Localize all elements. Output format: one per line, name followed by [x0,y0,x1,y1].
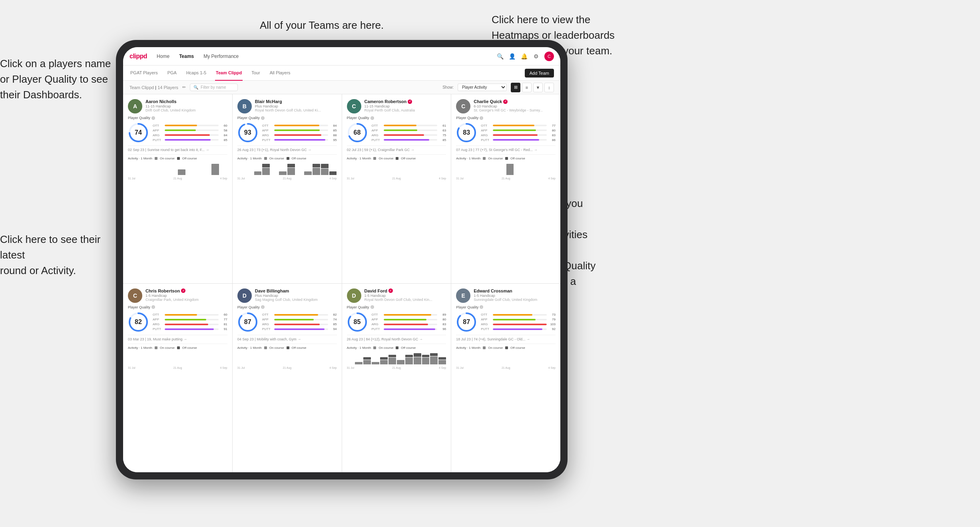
quality-info-icon[interactable]: i [370,116,374,120]
quality-content: 74 OTT 60 APP 58 ARG [128,122,227,143]
activity-title: Activity · 1 Month [456,346,480,350]
chart-label-end: 4 Sep [439,366,446,369]
latest-round[interactable]: 04 Sep 23 | Mobility with coach, Gym → [237,335,337,341]
edit-icon[interactable]: ✏ [182,85,186,90]
list-view-button[interactable]: ≡ [522,83,532,92]
subnav-tour[interactable]: Tour [251,66,261,81]
circle-score[interactable]: 83 [456,122,477,143]
player-card-2[interactable]: C Cameron Robertson ✓ 11-15 Handicap Roy… [342,94,451,283]
latest-round[interactable]: 02 Jul 23 | 59 (+1), Craigmillar Park GC… [347,145,446,152]
activity-title: Activity · 1 Month [456,157,480,160]
chart-label-start: 31 Jul [128,366,135,369]
player-card-3[interactable]: C Charlie Quick ✓ 6-10 Handicap St. Geor… [451,94,560,283]
subnav-pgat[interactable]: PGAT Players [129,66,159,81]
ott-bar-bg [165,125,219,126]
score-value: 93 [244,129,251,136]
subnav-all-players[interactable]: All Players [269,66,291,81]
player-name[interactable]: Chris Robertson ✓ [145,288,227,293]
search-icon[interactable]: 🔍 [496,53,504,60]
player-card-0[interactable]: A Aaron Nicholls 11-15 Handicap Drift Go… [123,94,232,283]
latest-round[interactable]: 18 Jul 23 | 74 (+4), Sunningdale GC - Ol… [456,335,556,341]
player-card-5[interactable]: D Dave Billingham Plus Handicap Sag Magi… [233,284,342,473]
activity-title: Activity · 1 Month [237,346,262,350]
settings-icon[interactable]: ⚙ [532,53,540,60]
oncourse-label: On course [269,346,284,350]
profile-icon[interactable]: 👤 [508,53,516,60]
chart-x-labels: 31 Jul 21 Aug 4 Sep [456,177,556,180]
add-team-button[interactable]: Add Team [525,69,554,78]
chart-label-end: 4 Sep [548,366,556,369]
chart-x-labels: 31 Jul 21 Aug 4 Sep [237,366,337,369]
app-value: 80 [439,318,446,321]
player-handicap: 1-5 Handicap [474,294,556,298]
player-name[interactable]: David Ford ✓ [365,288,446,293]
arg-stat: ARG 83 [372,322,446,326]
latest-round[interactable]: 02 Sep 23 | Sunrise round to get back in… [128,145,227,152]
nav-home[interactable]: Home [157,52,169,61]
filter-button[interactable]: ▼ [533,83,543,92]
latest-round-text: 07 Aug 23 | 77 (+7), St George's Hill GC… [456,148,556,152]
player-card-4[interactable]: C Chris Robertson ✓ 1-5 Handicap Craigmi… [123,284,232,473]
latest-round[interactable]: 03 Mar 23 | 19, Must make putting → [128,335,227,341]
circle-score[interactable]: 68 [347,122,368,143]
sort-button[interactable]: ↕ [544,83,554,92]
circle-score[interactable]: 82 [128,312,149,332]
putt-bar-bg [493,328,547,330]
latest-round-text: 26 Aug 23 | 84 (+12), Royal North Devon … [347,337,446,341]
score-value: 68 [354,129,361,136]
quality-info-icon[interactable]: i [151,305,155,309]
subnav-team-clippd[interactable]: Team Clippd [215,66,243,81]
chart-label-mid: 21 Aug [502,177,510,180]
player-name[interactable]: Charlie Quick ✓ [474,99,556,104]
app-value: 77 [220,318,227,321]
chart-label-mid: 21 Aug [392,366,401,369]
avatar-icon[interactable]: C [544,52,554,61]
player-avatar: E [456,288,470,303]
stats-bars: OTT 77 APP 80 ARG [481,124,556,142]
nav-performance[interactable]: My Performance [203,52,239,61]
circle-score[interactable]: 74 [128,122,149,143]
arg-bar-bg [165,134,219,136]
grid-view-button[interactable]: ⊞ [511,83,520,92]
player-name[interactable]: Dave Billingham [255,288,337,293]
score-value: 82 [135,318,142,326]
latest-round[interactable]: 26 Aug 23 | 73 (+1), Royal North Devon G… [237,145,337,152]
quality-info-icon[interactable]: i [480,116,483,120]
chart-x-labels: 31 Jul 21 Aug 4 Sep [347,177,446,180]
subnav-hcaps[interactable]: Hcaps 1-5 [185,66,207,81]
latest-round[interactable]: 07 Aug 23 | 77 (+7), St George's Hill GC… [456,145,556,152]
quality-content: 85 OTT 89 APP 80 ARG [347,312,446,332]
player-name[interactable]: Edward Crossman [474,288,556,293]
player-club: Drift Golf Club, United Kingdom [145,108,227,112]
player-card-1[interactable]: B Blair McHarg Plus Handicap Royal North… [233,94,342,283]
ott-label: OTT [262,124,273,127]
ott-stat: OTT 84 [262,124,337,127]
circle-score[interactable]: 93 [237,122,258,143]
show-select[interactable]: Player Activity Quality Score Trend [458,84,507,91]
chart-label-start: 31 Jul [456,366,464,369]
player-name[interactable]: Cameron Robertson ✓ [365,99,446,104]
nav-teams[interactable]: Teams [179,52,194,61]
quality-info-icon[interactable]: i [151,116,155,120]
player-header: C Cameron Robertson ✓ 11-15 Handicap Roy… [347,99,446,113]
quality-label: Player Quality i [237,116,337,120]
player-name[interactable]: Blair McHarg [255,99,337,104]
ott-stat: OTT 61 [372,124,446,127]
player-card-6[interactable]: D David Ford ✓ 1-5 Handicap Royal North … [342,284,451,473]
player-card-7[interactable]: E Edward Crossman 1-5 Handicap Sunningda… [451,284,560,473]
quality-info-icon[interactable]: i [370,305,374,309]
offcourse-label: Off course [292,346,307,350]
quality-info-icon[interactable]: i [261,305,265,309]
latest-round[interactable]: 26 Aug 23 | 84 (+12), Royal North Devon … [347,335,446,341]
quality-info-icon[interactable]: i [480,305,483,309]
bell-icon[interactable]: 🔔 [520,53,528,60]
search-box[interactable]: 🔍 Filter by name [190,84,238,91]
player-name[interactable]: Aaron Nicholls [145,99,227,104]
mini-chart-bars [237,351,337,364]
circle-score[interactable]: 85 [347,312,368,332]
subnav-pga[interactable]: PGA [167,66,177,81]
quality-info-icon[interactable]: i [261,116,265,120]
circle-score[interactable]: 87 [456,312,477,332]
circle-score[interactable]: 87 [237,312,258,332]
ott-stat: OTT 89 [372,313,446,316]
